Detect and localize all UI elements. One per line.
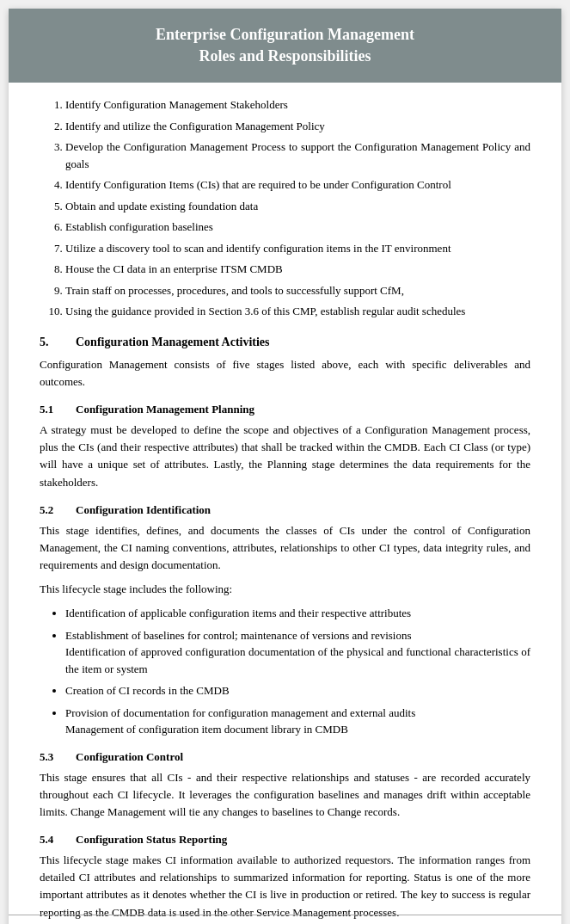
sheet-info: Sheet: 4 of 7 [446, 921, 530, 924]
list-item: Identify and utilize the Configuration M… [65, 118, 530, 135]
section-5-intro: Configuration Management consists of fiv… [40, 356, 530, 391]
section-5-heading: 5. Configuration Management Activities [40, 336, 530, 349]
list-item: Utilize a discovery tool to scan and ide… [65, 240, 530, 257]
section-5-2-body2: This lifecycle stage includes the follow… [40, 581, 530, 598]
section-5-1-num: 5.1 [40, 403, 76, 416]
section-5-2-title: Configuration Identification [76, 503, 211, 517]
page: Enterprise Configuration Management Role… [9, 9, 561, 924]
list-item: Identification of applicable configurati… [65, 605, 530, 622]
section-5-4-num: 5.4 [40, 833, 76, 847]
main-content: Identify Configuration Management Stakeh… [9, 96, 561, 921]
section-5-3-heading: 5.3 Configuration Control [40, 750, 530, 764]
section-5-3-num: 5.3 [40, 750, 76, 764]
section-5-title: Configuration Management Activities [76, 336, 270, 349]
section-5-2-body1: This stage identifies, defines, and docu… [40, 522, 530, 574]
footer: Document No: Revision No: Sheet: 4 of 7 … [9, 915, 561, 924]
numbered-list: Identify Configuration Management Stakeh… [40, 96, 530, 320]
list-item: Identify Configuration Items (CIs) that … [65, 176, 530, 194]
section-5-4-title: Configuration Status Reporting [76, 833, 227, 847]
footer-left: Document No: Revision No: [40, 921, 95, 924]
list-item: Provision of documentation for configura… [65, 705, 530, 738]
list-item: Train staff on processes, procedures, an… [65, 282, 530, 299]
section-5-num: 5. [40, 336, 76, 349]
list-item: Creation of CI records in the CMDB [65, 682, 530, 699]
header-banner: Enterprise Configuration Management Role… [9, 9, 561, 83]
header-line1: Enterprise Configuration Management [156, 26, 414, 43]
section-5-2-num: 5.2 [40, 503, 76, 517]
header-title: Enterprise Configuration Management Role… [26, 24, 544, 67]
section-5-1-heading: 5.1 Configuration Management Planning [40, 403, 530, 416]
list-item: Using the guidance provided in Section 3… [65, 303, 530, 320]
list-item: Establish configuration baselines [65, 219, 530, 236]
section-5-4-body: This lifecycle stage makes CI informatio… [40, 852, 530, 921]
list-item: Identify Configuration Management Stakeh… [65, 96, 530, 114]
section-5-1-title: Configuration Management Planning [76, 403, 254, 416]
header-line2: Roles and Responsibilities [199, 47, 371, 65]
section-5-2-bullets: Identification of applicable configurati… [40, 605, 530, 738]
footer-right: Sheet: 4 of 7 Issue Date: xx-xxx-xx [446, 921, 530, 924]
list-item: House the CI data in an enterprise ITSM … [65, 261, 530, 278]
section-5-1-body: A strategy must be developed to define t… [40, 422, 530, 491]
section-5-3-title: Configuration Control [76, 750, 183, 764]
list-item: Obtain and update existing foundation da… [65, 198, 530, 215]
section-5-2-heading: 5.2 Configuration Identification [40, 503, 530, 517]
section-5-4-heading: 5.4 Configuration Status Reporting [40, 833, 530, 847]
doc-number-label: Document No: [40, 921, 95, 924]
list-item: Develop the Configuration Management Pro… [65, 139, 530, 172]
section-5-3-body: This stage ensures that all CIs - and th… [40, 769, 530, 821]
list-item: Establishment of baselines for control; … [65, 627, 530, 678]
